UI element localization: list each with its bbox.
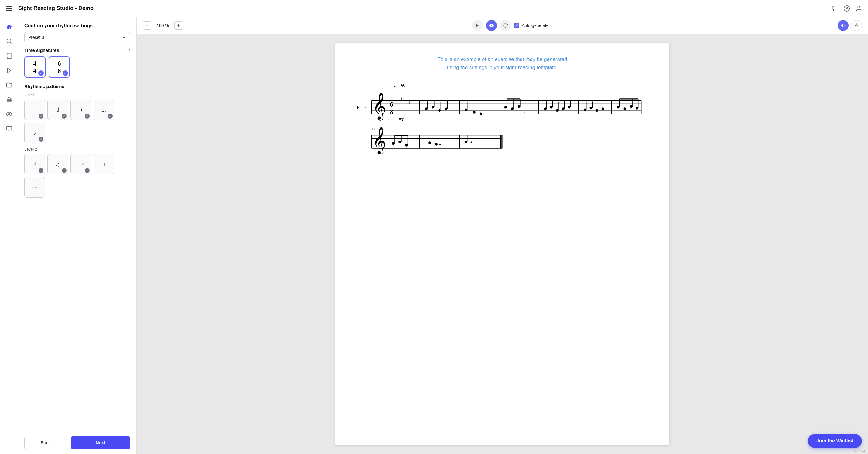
- level-1-pattern-grid: 𝅗𝅥 ✓ ♩ ✓ 𝄽 ✓ ♩. ✓: [24, 100, 130, 143]
- svg-marker-14: [476, 24, 478, 27]
- quarter-note-check: ✓: [62, 114, 66, 119]
- sidebar-item-video[interactable]: [3, 64, 15, 76]
- auto-generate-label: Auto-generate: [522, 23, 549, 28]
- pattern-eighth-pair[interactable]: ♫ ✓: [48, 154, 68, 174]
- pattern-quarter-note[interactable]: ♩ ✓: [48, 100, 68, 120]
- svg-text:𝅗𝅥.: 𝅗𝅥.: [524, 109, 525, 114]
- preset-dropdown[interactable]: Preset 3: [24, 32, 130, 42]
- svg-point-112: [470, 142, 472, 143]
- svg-text:8: 8: [390, 108, 393, 115]
- syncopated-symbol: ♩𝅘𝅥𝅮: [80, 162, 82, 167]
- pattern-eighth-note[interactable]: ♪ ✓: [24, 123, 45, 143]
- sidebar-item-stamp[interactable]: [3, 94, 15, 106]
- time-sig-4-4-label: 44: [33, 60, 37, 74]
- svg-point-106: [428, 142, 431, 144]
- metronome-button[interactable]: [851, 20, 862, 31]
- eighth-pair-check: ✓: [62, 168, 66, 173]
- time-sig-6-8-label: 68: [58, 60, 61, 74]
- svg-point-108: [435, 143, 438, 146]
- refresh-button[interactable]: [500, 20, 511, 31]
- svg-point-110: [465, 140, 467, 143]
- pattern-complex[interactable]: ≈ ≈: [24, 177, 45, 198]
- time-signature-grid: 44 ✓ 68 ✓: [24, 57, 130, 78]
- svg-text:♩.: ♩.: [400, 97, 403, 103]
- svg-point-45: [445, 108, 448, 110]
- panel-title: Confirm your rhythm settings: [24, 23, 130, 29]
- music-notation: ♩. = 60 Flute 𝄞 6 8: [353, 81, 651, 154]
- svg-point-67: [562, 108, 565, 110]
- svg-point-101: [399, 140, 401, 143]
- time-sig-4-4[interactable]: 44 ✓: [24, 57, 45, 78]
- volume-button[interactable]: [838, 20, 848, 31]
- topbar-icons: [830, 4, 863, 13]
- tuning-fork-icon[interactable]: [830, 4, 839, 13]
- time-sig-6-8[interactable]: 68 ✓: [49, 57, 70, 78]
- user-icon[interactable]: [855, 4, 863, 13]
- sidebar-item-folder[interactable]: [3, 79, 15, 91]
- svg-point-39: [425, 108, 428, 110]
- main-content: − 100 % + Auto-generate: [137, 17, 868, 454]
- time-sig-4-4-check: ✓: [38, 70, 44, 76]
- svg-point-41: [432, 106, 434, 109]
- svg-point-99: [392, 142, 395, 145]
- svg-text:𝄞: 𝄞: [372, 127, 386, 154]
- preset-label: Preset 3: [28, 35, 44, 40]
- toolbar-center: Auto-generate: [472, 20, 549, 31]
- auto-generate-checkbox[interactable]: [514, 23, 519, 28]
- svg-point-109: [439, 144, 441, 145]
- svg-point-72: [584, 109, 586, 111]
- sidebar-item-library[interactable]: [3, 123, 15, 135]
- left-panel-footer: Back Next: [18, 431, 136, 454]
- sidebar-item-eye[interactable]: [3, 108, 15, 120]
- left-panel-header: Confirm your rhythm settings: [18, 17, 136, 32]
- hamburger-menu[interactable]: [5, 5, 13, 12]
- eye-button[interactable]: [486, 20, 497, 31]
- time-signatures-title: Time signatures: [24, 47, 59, 53]
- svg-text:♯: ♯: [463, 108, 465, 112]
- svg-point-5: [7, 39, 11, 43]
- svg-text:♩. = 60: ♩. = 60: [393, 83, 405, 88]
- svg-text:𝄞: 𝄞: [372, 92, 386, 121]
- left-panel: Confirm your rhythm settings Preset 3 Ti…: [18, 17, 137, 454]
- pattern-dotted-half[interactable]: 𝅗𝅥. ✓: [24, 154, 45, 174]
- play-button[interactable]: [472, 20, 483, 31]
- back-button[interactable]: Back: [24, 436, 67, 449]
- quarter-note-symbol: ♩: [57, 106, 59, 114]
- svg-text:6: 6: [390, 101, 393, 108]
- sidebar-item-search[interactable]: [3, 35, 15, 47]
- collapse-time-sig-button[interactable]: ‹: [129, 47, 130, 53]
- sidebar-item-home[interactable]: [3, 21, 15, 33]
- svg-text:mf: mf: [399, 116, 404, 121]
- dotted-half-check: ✓: [38, 168, 43, 173]
- svg-point-74: [589, 106, 592, 109]
- svg-marker-16: [841, 24, 843, 27]
- dotted-quarter-check: ✓: [108, 114, 113, 119]
- toolbar-right: [838, 20, 862, 31]
- svg-point-80: [623, 108, 626, 110]
- level-2-label: Level 2: [24, 147, 130, 152]
- svg-point-82: [630, 105, 632, 108]
- eighth-note-symbol: ♪: [33, 130, 36, 136]
- zoom-out-button[interactable]: −: [143, 21, 151, 30]
- eighth-pair-symbol: ♫: [56, 161, 60, 168]
- pattern-whole-note[interactable]: 𝅗𝅥 ✓: [24, 100, 45, 120]
- sidebar-item-book[interactable]: [3, 50, 15, 62]
- pattern-quarter-rest[interactable]: 𝄽 ✓: [70, 100, 91, 120]
- help-icon[interactable]: [842, 4, 851, 13]
- next-button[interactable]: Next: [71, 436, 130, 449]
- zoom-in-button[interactable]: +: [174, 21, 183, 30]
- score-area: This is an example of an exercise that m…: [137, 34, 868, 454]
- join-waitlist-button[interactable]: Join the Waitlist: [808, 434, 862, 448]
- pattern-dotted-quarter[interactable]: ♩. ✓: [94, 100, 114, 120]
- zoom-value: 100 %: [154, 22, 172, 29]
- level-2-pattern-grid: 𝅗𝅥. ✓ ♫ ✓ ♩𝅘𝅥𝅮 ✓ | | ≈: [24, 154, 130, 198]
- pattern-syncopated[interactable]: ♩𝅘𝅥𝅮 ✓: [70, 154, 91, 174]
- svg-rect-8: [7, 100, 11, 100]
- svg-point-77: [602, 108, 604, 110]
- svg-point-63: [550, 106, 553, 109]
- svg-point-84: [636, 107, 639, 109]
- app-title: Sight Reading Studio - Demo: [18, 5, 826, 11]
- time-signatures-header: Time signatures ‹: [24, 47, 130, 53]
- pattern-triplet[interactable]: | |: [94, 154, 114, 174]
- complex-symbol: ≈ ≈: [32, 186, 37, 189]
